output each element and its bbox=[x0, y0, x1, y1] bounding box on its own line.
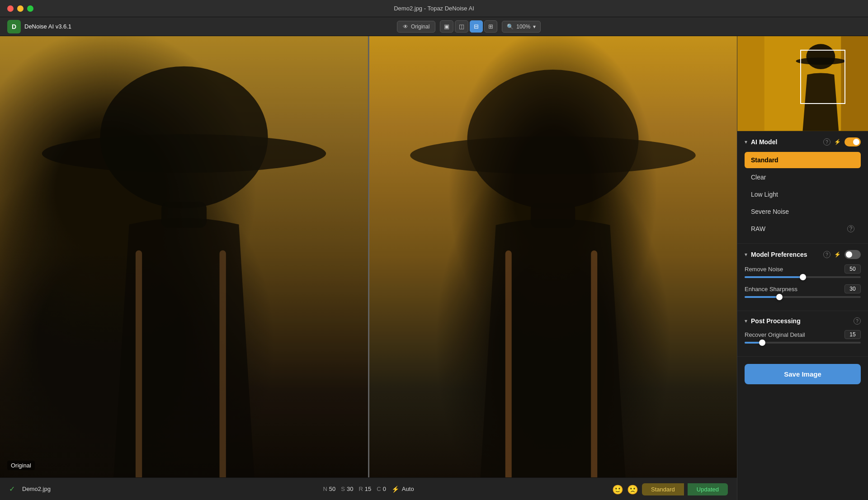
ai-model-chevron-icon[interactable]: ▾ bbox=[745, 139, 747, 145]
ai-model-toggle[interactable] bbox=[844, 137, 861, 146]
app-logo: D DeNoise AI v3.6.1 bbox=[7, 20, 71, 33]
recover-stat-label: R bbox=[359, 486, 363, 493]
post-processing-help-icon[interactable]: ? bbox=[854, 317, 861, 325]
canvas-area: Original bbox=[0, 36, 737, 500]
ai-model-header: ▾ AI Model ? ⚡ bbox=[745, 137, 861, 146]
toolbar-center: 👁 Original ▣ ◫ ⊟ ⊞ 🔍 100% ▾ bbox=[77, 20, 861, 33]
view-split-v-button[interactable]: ◫ bbox=[455, 20, 468, 33]
original-button[interactable]: 👁 Original bbox=[397, 21, 435, 33]
model-standard-badge: Standard bbox=[642, 483, 684, 495]
sharpness-stat-label: S bbox=[341, 486, 345, 493]
image-split-view: Original bbox=[0, 36, 737, 477]
post-processing-header: ▾ Post Processing ? bbox=[745, 317, 861, 325]
preview-thumbnail bbox=[737, 36, 868, 131]
svg-rect-7 bbox=[531, 203, 575, 228]
lightning-icon: ⚡ bbox=[392, 486, 399, 493]
view-quad-button[interactable]: ⊞ bbox=[484, 20, 497, 33]
ai-model-lightning-icon: ⚡ bbox=[834, 139, 841, 145]
toolbar: D DeNoise AI v3.6.1 👁 Original ▣ ◫ ⊟ ⊞ 🔍… bbox=[0, 17, 868, 36]
check-icon: ✓ bbox=[9, 485, 15, 493]
remove-noise-track[interactable] bbox=[745, 276, 861, 278]
enhance-sharpness-track[interactable] bbox=[745, 296, 861, 298]
model-option-low-light[interactable]: Low Light bbox=[745, 186, 861, 203]
window-controls bbox=[7, 5, 33, 12]
sharpness-stat: S 30 bbox=[341, 486, 353, 493]
main-layout: Original bbox=[0, 36, 868, 500]
processed-panel bbox=[369, 36, 737, 477]
model-preferences-header: ▾ Model Preferences ? ⚡ bbox=[745, 250, 861, 259]
zoom-label: 100% bbox=[516, 24, 530, 30]
model-options-list: Standard Clear Low Light Severe Noise RA… bbox=[745, 152, 861, 237]
model-option-raw[interactable]: RAW ? bbox=[745, 221, 861, 237]
model-preferences-title: Model Preferences bbox=[751, 251, 820, 258]
recover-original-value[interactable]: 15 bbox=[844, 330, 861, 339]
recover-original-label: Recover Original Detail bbox=[745, 331, 805, 338]
original-panel-label: Original bbox=[7, 461, 35, 470]
zoom-button[interactable]: 🔍 100% ▾ bbox=[502, 21, 541, 33]
model-option-standard[interactable]: Standard bbox=[745, 152, 861, 168]
recover-stat: R 15 bbox=[359, 486, 371, 493]
emoji-happy-icon[interactable]: 🙂 bbox=[612, 484, 623, 495]
model-prefs-toggle[interactable] bbox=[844, 250, 861, 259]
processed-image bbox=[369, 36, 737, 477]
post-processing-chevron-icon[interactable]: ▾ bbox=[745, 318, 747, 324]
model-raw-label: RAW bbox=[751, 225, 765, 232]
save-image-button[interactable]: Save Image bbox=[745, 364, 861, 384]
recover-original-thumb[interactable] bbox=[759, 340, 765, 346]
eye-icon: 👁 bbox=[403, 24, 408, 30]
enhance-sharpness-thumb[interactable] bbox=[776, 294, 783, 300]
quad-icon: ⊞ bbox=[488, 23, 493, 30]
original-panel: Original bbox=[0, 36, 369, 477]
maximize-button[interactable] bbox=[27, 5, 33, 12]
svg-rect-3 bbox=[220, 250, 226, 477]
model-preferences-section: ▾ Model Preferences ? ⚡ Remove Noise 50 bbox=[737, 244, 868, 311]
ai-model-section: ▾ AI Model ? ⚡ Standard Clear Low Light … bbox=[737, 131, 868, 244]
bottom-stats: N 50 S 30 R 15 C 0 ⚡ Auto bbox=[323, 486, 414, 493]
ai-model-help-icon[interactable]: ? bbox=[823, 138, 830, 146]
svg-point-1 bbox=[100, 66, 268, 208]
model-clear-label: Clear bbox=[751, 174, 766, 181]
model-option-severe-noise[interactable]: Severe Noise bbox=[745, 203, 861, 220]
split-h-icon: ⊟ bbox=[474, 23, 479, 30]
emoji-sad-icon[interactable]: 🙁 bbox=[627, 484, 638, 495]
original-label: Original bbox=[411, 24, 429, 30]
remove-noise-row: Remove Noise 50 bbox=[745, 264, 861, 278]
enhance-sharpness-label: Enhance Sharpness bbox=[745, 286, 797, 292]
remove-noise-value[interactable]: 50 bbox=[844, 264, 861, 274]
enhance-sharpness-row: Enhance Sharpness 30 bbox=[745, 284, 861, 298]
enhance-sharpness-fill bbox=[745, 296, 779, 298]
svg-rect-8 bbox=[591, 250, 597, 477]
color-value: 0 bbox=[383, 486, 386, 493]
noise-stat: N 50 bbox=[323, 486, 335, 493]
app-name-label: DeNoise AI v3.6.1 bbox=[24, 23, 71, 30]
split-divider[interactable] bbox=[368, 36, 369, 477]
raw-help-icon[interactable]: ? bbox=[847, 225, 854, 232]
ai-model-title: AI Model bbox=[751, 138, 820, 146]
svg-rect-4 bbox=[136, 250, 142, 477]
color-label: C bbox=[377, 486, 381, 493]
zoom-icon: 🔍 bbox=[507, 24, 514, 30]
minimize-button[interactable] bbox=[17, 5, 24, 12]
model-option-clear[interactable]: Clear bbox=[745, 169, 861, 185]
app-logo-icon: D bbox=[7, 20, 21, 33]
view-single-button[interactable]: ▣ bbox=[440, 20, 453, 33]
recover-original-track[interactable] bbox=[745, 342, 861, 344]
view-group: ▣ ◫ ⊟ ⊞ bbox=[440, 20, 497, 33]
enhance-sharpness-value[interactable]: 30 bbox=[844, 284, 861, 293]
view-split-h-button[interactable]: ⊟ bbox=[470, 20, 483, 33]
zoom-chevron-icon: ▾ bbox=[533, 24, 536, 30]
sidebar: ▾ AI Model ? ⚡ Standard Clear Low Light … bbox=[737, 36, 868, 500]
remove-noise-thumb[interactable] bbox=[800, 274, 806, 280]
remove-noise-label: Remove Noise bbox=[745, 266, 783, 273]
noise-label: N bbox=[323, 486, 327, 493]
model-prefs-chevron-icon[interactable]: ▾ bbox=[745, 251, 747, 258]
bottom-bar: ✓ Demo2.jpg N 50 S 30 R 15 C 0 bbox=[0, 477, 737, 500]
post-processing-title: Post Processing bbox=[751, 317, 850, 325]
window-title: Demo2.jpg - Topaz DeNoise AI bbox=[394, 5, 474, 12]
model-low-light-label: Low Light bbox=[751, 191, 778, 198]
color-stat: C 0 bbox=[377, 486, 386, 493]
logo-letter: D bbox=[12, 23, 16, 30]
svg-rect-9 bbox=[505, 250, 512, 477]
close-button[interactable] bbox=[7, 5, 14, 12]
model-prefs-help-icon[interactable]: ? bbox=[823, 251, 830, 258]
